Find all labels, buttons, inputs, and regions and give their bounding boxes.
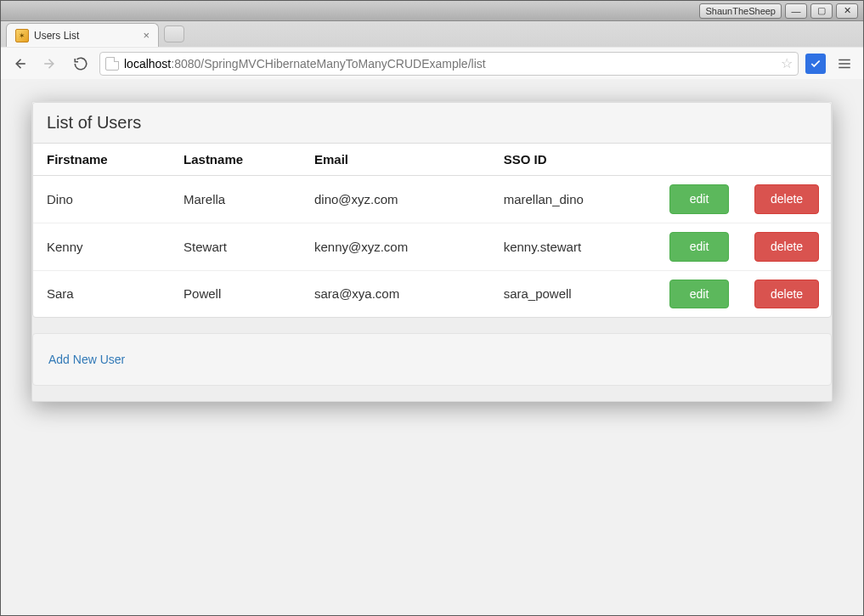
edit-button[interactable]: edit — [669, 280, 729, 309]
cell-sso: sara_powell — [495, 270, 661, 317]
cell-email: dino@xyz.com — [306, 176, 495, 223]
col-edit — [661, 144, 746, 176]
arrow-left-icon — [12, 56, 27, 71]
back-button[interactable] — [8, 52, 31, 76]
cell-email: kenny@xyz.com — [306, 223, 495, 270]
url-host: localhost — [124, 57, 171, 71]
bookmark-star-icon[interactable]: ☆ — [781, 55, 793, 71]
browser-tab[interactable]: ✶ Users List × — [6, 23, 159, 47]
users-table: Firstname Lastname Email SSO ID — [33, 144, 831, 317]
browser-chrome: ✶ Users List × localhost:8080/SpringMVCH… — [1, 21, 863, 80]
cell-email: sara@xya.com — [306, 270, 495, 317]
table-row: Dino Marella dino@xyz.com marellan_dino … — [33, 176, 831, 223]
os-titlebar: ShaunTheSheep — ▢ ✕ — [1, 1, 863, 21]
page-viewport[interactable]: List of Users Firstname Lastname Email S… — [1, 79, 863, 615]
delete-button[interactable]: delete — [754, 280, 819, 309]
hamburger-icon — [837, 56, 852, 71]
close-icon: ✕ — [844, 5, 851, 16]
favicon-icon: ✶ — [15, 29, 29, 42]
reload-button[interactable] — [69, 52, 93, 76]
cell-lastname: Marella — [175, 176, 306, 223]
address-bar[interactable]: localhost:8080/SpringMVCHibernateManyToM… — [99, 52, 799, 76]
extension-button[interactable] — [805, 54, 826, 74]
browser-menu-button[interactable] — [833, 52, 856, 76]
tab-strip: ✶ Users List × — [1, 21, 863, 47]
col-sso: SSO ID — [495, 144, 661, 176]
window-minimize-button[interactable]: — — [785, 3, 807, 19]
url-path: :8080/SpringMVCHibernateManyToManyCRUDEx… — [171, 57, 485, 71]
table-row: Sara Powell sara@xya.com sara_powell edi… — [33, 270, 831, 317]
delete-button[interactable]: delete — [754, 184, 819, 214]
col-lastname: Lastname — [175, 144, 306, 176]
panel-heading: List of Users — [33, 103, 831, 144]
tab-title: Users List — [34, 30, 138, 42]
content-container: List of Users Firstname Lastname Email S… — [31, 101, 833, 402]
window-maximize-button[interactable]: ▢ — [810, 3, 833, 19]
delete-button[interactable]: delete — [754, 232, 819, 262]
cell-firstname: Sara — [33, 270, 175, 317]
cell-lastname: Powell — [175, 270, 306, 317]
col-delete — [746, 144, 831, 176]
forward-button[interactable] — [38, 52, 62, 76]
reload-icon — [73, 56, 88, 71]
os-window: ShaunTheSheep — ▢ ✕ ✶ Users List × — [0, 0, 864, 616]
edit-button[interactable]: edit — [669, 184, 729, 214]
url-text: localhost:8080/SpringMVCHibernateManyToM… — [124, 57, 776, 71]
table-row: Kenny Stewart kenny@xyz.com kenny.stewar… — [33, 223, 831, 270]
add-user-link[interactable]: Add New User — [48, 353, 125, 366]
window-close-button[interactable]: ✕ — [836, 3, 858, 19]
arrow-right-icon — [42, 56, 58, 71]
cell-sso: kenny.stewart — [495, 223, 661, 270]
page-body: List of Users Firstname Lastname Email S… — [1, 79, 863, 424]
page-icon — [105, 57, 119, 71]
users-panel: List of Users Firstname Lastname Email S… — [32, 102, 832, 318]
check-icon — [810, 58, 822, 70]
new-tab-button[interactable] — [164, 25, 184, 42]
maximize-icon: ▢ — [817, 5, 826, 16]
table-header-row: Firstname Lastname Email SSO ID — [33, 144, 831, 176]
cell-firstname: Dino — [33, 176, 175, 223]
add-user-well: Add New User — [32, 333, 832, 386]
col-email: Email — [306, 144, 495, 176]
browser-toolbar: localhost:8080/SpringMVCHibernateManyToM… — [1, 47, 863, 79]
edit-button[interactable]: edit — [669, 232, 729, 262]
cell-firstname: Kenny — [33, 223, 175, 270]
cell-lastname: Stewart — [175, 223, 306, 270]
tab-close-icon[interactable]: × — [143, 29, 150, 42]
os-task-button[interactable]: ShaunTheSheep — [699, 3, 782, 19]
col-firstname: Firstname — [33, 144, 175, 176]
minimize-icon: — — [792, 6, 801, 16]
cell-sso: marellan_dino — [495, 176, 661, 223]
